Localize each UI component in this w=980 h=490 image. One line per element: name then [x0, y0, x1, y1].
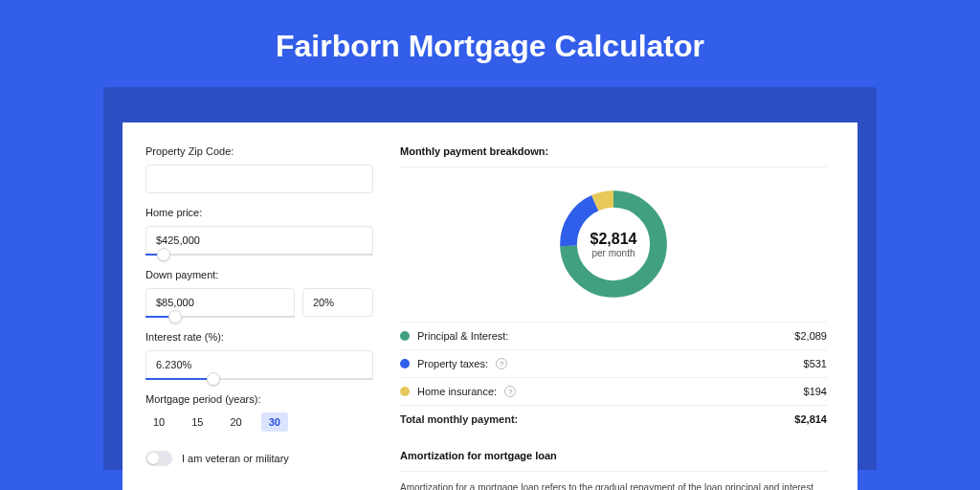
- inputs-column: Property Zip Code: Home price: Down paym…: [145, 145, 373, 490]
- down-payment-amount-wrap: [145, 288, 295, 318]
- legend: Principal & Interest:$2,089Property taxe…: [400, 322, 827, 405]
- legend-left-property_taxes: Property taxes:?: [400, 358, 507, 369]
- calculator-card: Property Zip Code: Home price: Down paym…: [122, 122, 858, 490]
- page: Fairborn Mortgage Calculator Property Zi…: [0, 0, 980, 490]
- zip-field: Property Zip Code:: [145, 145, 373, 193]
- legend-value-home_insurance: $194: [804, 386, 827, 397]
- legend-value-principal_interest: $2,089: [794, 330, 827, 342]
- legend-dot-home_insurance: [400, 387, 410, 396]
- donut-chart: $2,814 per month: [554, 185, 673, 303]
- mortgage-period-options: 10152030: [145, 412, 373, 432]
- home-price-slider-thumb[interactable]: [157, 248, 170, 261]
- home-price-slider[interactable]: [145, 254, 373, 256]
- zip-input[interactable]: [145, 165, 373, 193]
- donut-sub: per month: [591, 248, 635, 258]
- donut-amount: $2,814: [590, 231, 637, 248]
- legend-left-home_insurance: Home insurance:?: [400, 386, 516, 397]
- period-option-15[interactable]: 15: [184, 412, 211, 432]
- down-payment-field: Down payment:: [145, 269, 373, 318]
- legend-row-principal_interest: Principal & Interest:$2,089: [400, 322, 827, 349]
- total-value: $2,814: [794, 413, 827, 425]
- interest-rate-slider[interactable]: [145, 378, 373, 380]
- interest-rate-slider-thumb[interactable]: [207, 372, 220, 386]
- mortgage-period-label: Mortgage period (years):: [145, 393, 373, 405]
- veteran-toggle[interactable]: [145, 451, 172, 466]
- interest-rate-field: Interest rate (%):: [145, 331, 373, 380]
- zip-label: Property Zip Code:: [145, 145, 373, 157]
- breakdown-title: Monthly payment breakdown:: [400, 145, 827, 167]
- total-label: Total monthly payment:: [400, 413, 518, 425]
- home-price-label: Home price:: [145, 207, 373, 218]
- legend-dot-principal_interest: [400, 331, 410, 341]
- amortization-body: Amortization for a mortgage loan refers …: [400, 481, 827, 490]
- donut-chart-wrap: $2,814 per month: [400, 167, 827, 322]
- amortization-section: Amortization for mortgage loan Amortizat…: [400, 450, 827, 490]
- down-payment-row: [145, 288, 373, 318]
- legend-label-property_taxes: Property taxes:: [417, 358, 488, 369]
- info-icon[interactable]: ?: [504, 386, 516, 397]
- home-price-field: Home price:: [145, 207, 373, 256]
- period-option-20[interactable]: 20: [223, 412, 250, 432]
- down-payment-pct-wrap: [302, 288, 373, 318]
- legend-value-property_taxes: $531: [804, 358, 827, 369]
- down-payment-label: Down payment:: [145, 269, 373, 280]
- legend-left-principal_interest: Principal & Interest:: [400, 330, 508, 342]
- down-payment-amount-input[interactable]: [145, 288, 295, 317]
- results-column: Monthly payment breakdown: $2,814 per mo…: [400, 145, 827, 490]
- donut-center: $2,814 per month: [554, 185, 673, 303]
- legend-label-principal_interest: Principal & Interest:: [417, 330, 508, 342]
- interest-rate-slider-fill: [145, 378, 213, 380]
- down-payment-pct-input[interactable]: [302, 288, 373, 317]
- total-row: Total monthly payment: $2,814: [400, 405, 827, 433]
- page-title: Fairborn Mortgage Calculator: [0, 0, 980, 87]
- legend-dot-property_taxes: [400, 359, 410, 368]
- legend-label-home_insurance: Home insurance:: [417, 386, 497, 397]
- interest-rate-input[interactable]: [145, 350, 373, 379]
- veteran-toggle-knob: [147, 453, 159, 464]
- home-price-input[interactable]: [145, 226, 373, 255]
- legend-row-home_insurance: Home insurance:?$194: [400, 377, 827, 405]
- mortgage-period-field: Mortgage period (years): 10152030: [145, 393, 373, 432]
- down-payment-slider-thumb[interactable]: [168, 310, 182, 323]
- info-icon[interactable]: ?: [496, 358, 507, 369]
- period-option-30[interactable]: 30: [261, 412, 288, 432]
- amortization-title: Amortization for mortgage loan: [400, 450, 827, 472]
- down-payment-slider[interactable]: [145, 316, 295, 318]
- period-option-10[interactable]: 10: [145, 412, 172, 432]
- veteran-row: I am veteran or military: [145, 451, 373, 466]
- legend-row-property_taxes: Property taxes:?$531: [400, 349, 827, 377]
- interest-rate-label: Interest rate (%):: [145, 331, 373, 343]
- veteran-label: I am veteran or military: [182, 453, 289, 464]
